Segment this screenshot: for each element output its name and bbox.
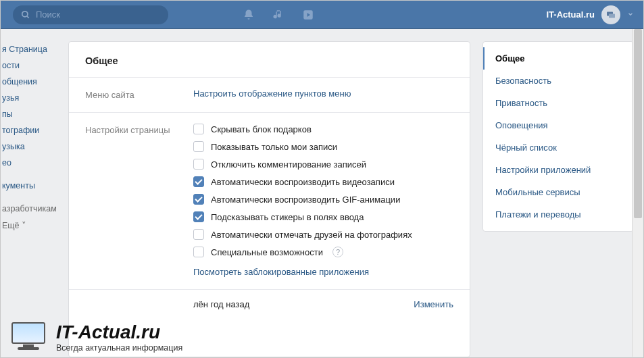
settings-nav-item[interactable]: Платежи и переводы (483, 203, 633, 226)
option-row[interactable]: Скрывать блок подарков (193, 124, 453, 134)
options-list: Скрывать блок подарковПоказывать только … (193, 124, 453, 257)
left-nav-item[interactable]: кументы (2, 178, 56, 194)
option-label: Показывать только мои записи (211, 142, 337, 152)
option-label: Скрывать блок подарков (211, 124, 312, 134)
checkbox[interactable] (193, 247, 204, 257)
left-nav-item[interactable]: азработчикам (2, 201, 56, 217)
help-icon[interactable]: ? (332, 247, 343, 257)
settings-nav-item[interactable]: Безопасность (483, 70, 633, 92)
option-row[interactable]: Отключить комментирование записей (193, 159, 453, 170)
left-nav-item[interactable]: Ещё ˅ (2, 217, 56, 234)
music-icon[interactable] (272, 9, 284, 21)
bell-icon[interactable] (243, 9, 255, 21)
avatar (601, 5, 620, 24)
layout: я Страницаостиобщенияузьяпытографииузыка… (1, 29, 643, 357)
blocked-apps-link[interactable]: Посмотреть заблокированные приложения (193, 267, 369, 277)
left-nav-item[interactable]: общения (2, 74, 56, 90)
play-icon[interactable] (302, 9, 314, 21)
chevron-down-icon (627, 9, 634, 20)
section-site-menu: Меню сайта Настроить отображение пунктов… (69, 78, 470, 113)
settings-nav-item[interactable]: Оповещения (483, 114, 633, 136)
left-nav-item[interactable]: я Страница (2, 41, 56, 57)
left-nav-item[interactable]: тографии (2, 122, 56, 138)
password-age-text: лён год назад (193, 299, 249, 309)
top-icons (243, 9, 314, 21)
left-nav-item[interactable]: узья (2, 90, 56, 106)
option-row[interactable]: Автоматически отмечать друзей на фотогра… (193, 229, 453, 240)
option-row[interactable]: Автоматически воспроизводить видеозаписи (193, 176, 453, 187)
left-nav-item[interactable]: узыка (2, 138, 56, 155)
left-nav-item[interactable]: ео (2, 155, 56, 171)
left-nav: я Страницаостиобщенияузьяпытографииузыка… (1, 41, 56, 357)
option-row[interactable]: Подсказывать стикеры в полях ввода (193, 211, 453, 222)
checkbox[interactable] (193, 229, 204, 240)
option-label: Автоматически воспроизводить GIF-анимаци… (211, 195, 400, 205)
change-button[interactable]: Изменить (414, 299, 453, 309)
option-row[interactable]: Показывать только мои записи (193, 141, 453, 152)
scrollbar[interactable] (632, 29, 643, 357)
option-label: Автоматически отмечать друзей на фотогра… (211, 230, 412, 240)
section-label-settings: Настройки страницы (85, 124, 193, 277)
user-label: IT-Actual.ru (546, 9, 595, 20)
svg-line-1 (27, 16, 29, 18)
option-label: Отключить комментирование записей (211, 159, 366, 170)
option-label: Специальные возможности (211, 247, 323, 257)
settings-nav-item[interactable]: Приватность (483, 92, 633, 114)
page-title: Общее (69, 42, 470, 78)
option-label: Подсказывать стикеры в полях ввода (211, 212, 364, 222)
search-input[interactable] (36, 9, 160, 20)
search-icon (21, 10, 30, 20)
settings-nav-item[interactable]: Настройки приложений (483, 159, 633, 181)
top-right[interactable]: IT-Actual.ru (546, 5, 634, 24)
checkbox[interactable] (193, 176, 204, 187)
scrollbar-thumb[interactable] (634, 29, 642, 218)
main-panel: Общее Меню сайта Настроить отображение п… (68, 41, 470, 357)
search-box[interactable] (13, 5, 168, 24)
left-nav-item[interactable]: ости (2, 57, 56, 74)
svg-point-0 (22, 11, 28, 16)
checkbox[interactable] (193, 124, 204, 134)
checkbox[interactable] (193, 211, 204, 222)
settings-nav-item[interactable]: Чёрный список (483, 136, 633, 159)
svg-rect-4 (609, 14, 615, 18)
section-page-settings: Настройки страницы Скрывать блок подарко… (69, 113, 470, 290)
checkbox[interactable] (193, 141, 204, 152)
settings-sidebar: ОбщееБезопасностьПриватностьОповещенияЧё… (482, 41, 634, 232)
checkbox[interactable] (193, 159, 204, 170)
configure-menu-link[interactable]: Настроить отображение пунктов меню (193, 88, 351, 99)
settings-nav-item[interactable]: Общее (483, 47, 633, 70)
left-nav-item[interactable]: пы (2, 106, 56, 122)
section-label-menu: Меню сайта (85, 88, 193, 100)
option-row[interactable]: Специальные возможности? (193, 247, 453, 257)
section-password: лён год назад Изменить (69, 290, 470, 323)
topbar: IT-Actual.ru (1, 1, 643, 29)
settings-nav-item[interactable]: Мобильные сервисы (483, 181, 633, 203)
option-label: Автоматически воспроизводить видеозаписи (211, 177, 395, 187)
checkbox[interactable] (193, 194, 204, 205)
option-row[interactable]: Автоматически воспроизводить GIF-анимаци… (193, 194, 453, 205)
